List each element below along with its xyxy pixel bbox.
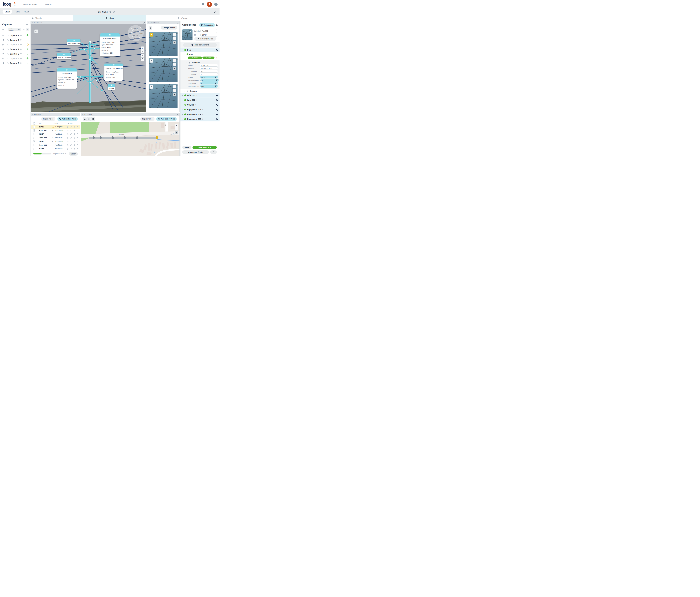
pole-group-header[interactable]: Pole + — [180, 48, 220, 52]
chevron-up-icon[interactable] — [186, 62, 188, 63]
photo-pan-button[interactable] — [173, 41, 176, 44]
popup-wire001-crossarm[interactable]: Wire 001 Crossarm OwnerLooq PowerType8' … — [100, 33, 120, 56]
popup-wire001-insulator[interactable]: Wire 001 Insulator — [67, 39, 80, 45]
center-view-icon[interactable] — [7, 39, 9, 41]
row-checkbox[interactable] — [33, 133, 35, 135]
trash-icon[interactable] — [73, 148, 75, 150]
capture-row[interactable]: Capture 5 — [0, 51, 30, 56]
tab-classic[interactable]: Classic — [0, 15, 73, 21]
trash-icon[interactable] — [73, 137, 75, 139]
zoom-out-button[interactable]: − — [141, 50, 144, 53]
add-icon[interactable]: + — [195, 104, 196, 106]
sort-button[interactable] — [26, 28, 29, 31]
info-icon[interactable] — [20, 53, 22, 55]
change-photos-button[interactable]: Change Photos — [161, 26, 177, 29]
top-button[interactable]: Top — [202, 56, 215, 59]
photo-zoom-in-button[interactable]: + — [173, 85, 176, 88]
tab-qpole[interactable]: qPole — [73, 15, 146, 21]
looq-q-icon[interactable] — [216, 108, 218, 111]
zoom-in-button[interactable]: + — [141, 47, 144, 50]
looq-q-icon[interactable] — [216, 49, 218, 51]
chevron-down-icon[interactable] — [181, 95, 183, 96]
tab-qsurvey[interactable]: qSurvey — [146, 15, 220, 21]
expand-icon[interactable] — [177, 22, 178, 24]
photo-pan-button[interactable] — [173, 67, 176, 70]
tab-files[interactable]: FILES — [24, 11, 29, 13]
undo-icon[interactable]: ↺ — [216, 57, 217, 59]
info-icon[interactable] — [20, 39, 22, 41]
gear-icon[interactable] — [113, 10, 115, 13]
map-zoom-in-button[interactable]: + — [175, 124, 178, 127]
info-icon[interactable] — [20, 57, 22, 59]
capture-row[interactable]: Capture 2 — [0, 37, 30, 42]
attribute-dropdown[interactable]: Looq Power — [200, 64, 218, 67]
photo-pan-button[interactable] — [173, 93, 176, 96]
center-view-icon[interactable] — [7, 34, 9, 36]
info-icon[interactable] — [20, 62, 22, 64]
label-input[interactable] — [200, 29, 217, 33]
photo-thumbnail[interactable]: + − — [149, 58, 177, 82]
measured-value-pill[interactable]: 6° — [200, 82, 218, 84]
center-view-icon[interactable] — [7, 62, 9, 64]
looq-q-icon[interactable] — [216, 99, 218, 101]
popup-wire002-crossarm[interactable]: Wire 002 Crossarm — [57, 53, 71, 59]
globe-button[interactable] — [141, 57, 144, 61]
import-poles-button[interactable]: Import Poles — [140, 117, 154, 121]
pencil-icon[interactable] — [70, 148, 72, 150]
eye-icon[interactable] — [2, 62, 4, 64]
panel-menu-icon[interactable] — [82, 113, 83, 115]
center-view-icon[interactable] — [7, 57, 9, 59]
trash-icon[interactable] — [73, 129, 75, 131]
trash-icon[interactable] — [73, 133, 75, 135]
copy-icon[interactable] — [67, 133, 69, 135]
pole-subgroup-header[interactable]: Pole — [180, 53, 220, 55]
eye-icon[interactable] — [2, 29, 4, 31]
base-button[interactable]: Base — [188, 56, 202, 59]
copy-icon[interactable] — [67, 126, 69, 128]
component-group-row[interactable]: Equipment 002 + — [180, 112, 220, 117]
pole-row[interactable]: 26147 Not Started — [31, 132, 80, 136]
flag-icon[interactable] — [77, 137, 79, 139]
export-button[interactable]: Export — [69, 152, 78, 156]
avatar[interactable] — [207, 2, 212, 7]
star-badge[interactable] — [150, 33, 153, 36]
recenter-button[interactable] — [34, 29, 38, 33]
column-id[interactable]: ID — [39, 123, 41, 124]
eye-icon[interactable] — [2, 39, 4, 41]
nav-admin[interactable]: ADMIN — [45, 3, 52, 5]
chevron-down-icon[interactable] — [181, 104, 183, 106]
popup-pole001[interactable]: Pole001 26726 OwnerLooq PowerSpeciesSout… — [57, 69, 77, 88]
map-canvas[interactable]: Needham Rd Needham Rd N W + − — [81, 122, 179, 156]
pole-row[interactable]: 26147 Not Started — [31, 147, 80, 151]
chevron-down-icon[interactable] — [23, 29, 25, 30]
pencil-icon[interactable] — [70, 137, 72, 139]
recenter-button[interactable] — [149, 26, 152, 29]
menu-icon[interactable] — [26, 23, 29, 26]
chevron-up-icon[interactable] — [181, 49, 183, 51]
looq-q-icon[interactable] — [216, 104, 218, 106]
chevron-down-icon[interactable] — [181, 118, 183, 120]
component-group-row[interactable]: Equipment 003 + — [180, 117, 220, 122]
photo-zoom-out-button[interactable]: − — [173, 62, 176, 66]
measured-value-pill[interactable]: 34.75' — [200, 76, 218, 78]
save-button[interactable]: Save — [182, 146, 191, 149]
swap-view-button[interactable] — [141, 54, 144, 57]
annotated-photo-button[interactable]: Annotated Photo — [182, 150, 209, 154]
select-all-checkbox[interactable] — [33, 123, 35, 125]
photo-thumbnail[interactable]: + − — [149, 84, 177, 108]
looq-logo[interactable]: looq — [3, 1, 16, 7]
help-button[interactable]: ? — [214, 3, 218, 6]
row-checkbox[interactable] — [33, 148, 35, 150]
tab-site[interactable]: SITE — [16, 11, 20, 13]
id-input[interactable] — [200, 33, 217, 37]
pole-row[interactable]: Span 003 Not Started — [31, 143, 80, 147]
photo-zoom-out-button[interactable]: − — [173, 36, 176, 40]
attribute-dropdown[interactable]: 40' — [200, 70, 218, 73]
add-component-button[interactable]: Add Component — [183, 43, 217, 47]
add-icon[interactable]: + — [192, 49, 194, 51]
pole-thumbnail[interactable] — [182, 29, 193, 41]
column-status[interactable]: Status — [53, 123, 58, 124]
favorite-photos-button[interactable]: Favorite Photos — [194, 37, 217, 41]
attribute-dropdown[interactable]: Southern Pine... — [200, 67, 218, 70]
vertical-pan-button[interactable] — [87, 117, 91, 121]
